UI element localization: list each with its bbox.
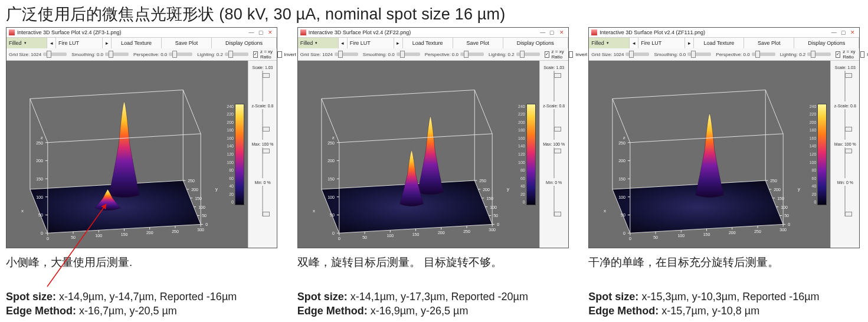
min-slider[interactable] bbox=[841, 186, 849, 216]
render-mode-select[interactable]: Filled▾ bbox=[589, 38, 630, 48]
prev-lut-button[interactable]: ◂ bbox=[339, 38, 348, 48]
lighting-control[interactable]: Lighting: 0.2 bbox=[778, 52, 834, 57]
save-plot-button[interactable]: Save Plot bbox=[453, 38, 503, 48]
maximize-button[interactable]: ▢ bbox=[548, 29, 556, 36]
grid-size-control[interactable]: Grid Size: 1024 bbox=[589, 52, 651, 57]
perspective-control[interactable]: Perspective: 0.0 bbox=[422, 52, 486, 57]
lighting-slider[interactable] bbox=[225, 52, 248, 56]
surface-plot[interactable]: 050100150200250z050100150200250300050100… bbox=[298, 61, 539, 248]
minimize-button[interactable]: — bbox=[539, 29, 547, 36]
lighting-control[interactable]: Lighting: 0.2 bbox=[195, 52, 251, 57]
load-texture-button[interactable]: Load Texture bbox=[403, 38, 453, 48]
zscale-slider[interactable] bbox=[258, 109, 267, 140]
svg-text:0: 0 bbox=[205, 222, 208, 226]
display-options-button[interactable]: Display Options bbox=[503, 38, 568, 48]
svg-text:x: x bbox=[604, 208, 606, 213]
invert-checkbox[interactable] bbox=[860, 51, 864, 58]
load-texture-button[interactable]: Load Texture bbox=[112, 38, 162, 48]
render-mode-select[interactable]: Filled▾ bbox=[6, 38, 47, 48]
surface-peak bbox=[399, 150, 423, 206]
surface-plot-window: Interactive 3D Surface Plot v2.4 (ZF111.… bbox=[588, 27, 860, 248]
zxy-ratio-checkbox[interactable]: ✓ bbox=[545, 51, 549, 58]
surface-plot[interactable]: 050100150200250z050100150200250300050100… bbox=[6, 61, 248, 248]
perspective-slider[interactable] bbox=[752, 52, 775, 56]
lut-select[interactable]: Fire LUT bbox=[56, 38, 103, 48]
min-slider[interactable] bbox=[550, 186, 558, 216]
invert-checkbox[interactable] bbox=[277, 51, 281, 58]
maximize-button[interactable]: ▢ bbox=[257, 29, 265, 36]
zxy-ratio-checkbox[interactable]: ✓ bbox=[253, 51, 258, 58]
close-button[interactable]: ✕ bbox=[849, 29, 857, 36]
plot-viewport[interactable]: 050100150200250z050100150200250300050100… bbox=[298, 61, 539, 248]
grid-size-control[interactable]: Grid Size: 1024 bbox=[6, 52, 69, 57]
render-mode-select[interactable]: Filled▾ bbox=[298, 38, 339, 48]
smoothing-slider[interactable] bbox=[687, 52, 711, 56]
svg-text:50: 50 bbox=[621, 213, 625, 218]
plot-viewport[interactable]: 050100150200250z050100150200250300050100… bbox=[6, 61, 248, 248]
window-titlebar[interactable]: Interactive 3D Surface Plot v2.4 (ZF3-1.… bbox=[6, 28, 277, 38]
close-button[interactable]: ✕ bbox=[266, 29, 274, 36]
smoothing-control[interactable]: Smoothing: 0.0 bbox=[651, 52, 713, 57]
scale-slider[interactable] bbox=[841, 71, 849, 101]
perspective-slider[interactable] bbox=[169, 52, 192, 56]
scale-slider[interactable] bbox=[550, 71, 558, 101]
grid-size-slider[interactable] bbox=[43, 52, 67, 56]
perspective-control[interactable]: Perspective: 0.0 bbox=[713, 52, 777, 57]
toolbar: Filled▾ ◂ Fire LUT ▸ Load Texture Save P… bbox=[589, 38, 859, 61]
max-slider[interactable] bbox=[258, 147, 267, 178]
next-lut-button[interactable]: ▸ bbox=[103, 38, 112, 48]
max-slider[interactable] bbox=[841, 147, 849, 178]
lut-select[interactable]: Fire LUT bbox=[348, 38, 394, 48]
min-slider[interactable] bbox=[258, 186, 267, 216]
min-label: Min: 0 % bbox=[546, 180, 562, 185]
zscale-slider[interactable] bbox=[841, 109, 849, 140]
svg-text:y: y bbox=[798, 186, 800, 192]
zxy-ratio-checkbox[interactable]: ✓ bbox=[836, 51, 840, 58]
lighting-slider[interactable] bbox=[807, 52, 831, 56]
colorbar bbox=[235, 104, 244, 205]
window-titlebar[interactable]: Interactive 3D Surface Plot v2.4 (ZF22.p… bbox=[298, 28, 568, 38]
invert-label: Invert bbox=[575, 52, 587, 57]
prev-lut-button[interactable]: ◂ bbox=[630, 38, 638, 48]
smoothing-control[interactable]: Smoothing: 0.0 bbox=[361, 52, 422, 57]
colorbar bbox=[526, 104, 536, 205]
prev-lut-button[interactable]: ◂ bbox=[47, 38, 56, 48]
close-button[interactable]: ✕ bbox=[558, 29, 566, 36]
edge-method-label: Edge Method: bbox=[588, 305, 659, 317]
grid-size-control[interactable]: Grid Size: 1024 bbox=[298, 52, 361, 57]
svg-text:0: 0 bbox=[47, 236, 49, 241]
save-plot-button[interactable]: Save Plot bbox=[162, 38, 212, 48]
minimize-button[interactable]: — bbox=[830, 29, 838, 36]
lighting-control[interactable]: Lighting: 0.2 bbox=[486, 52, 542, 57]
window-titlebar[interactable]: Interactive 3D Surface Plot v2.4 (ZF111.… bbox=[589, 28, 859, 38]
svg-text:200: 200 bbox=[191, 188, 198, 192]
lut-select[interactable]: Fire LUT bbox=[638, 38, 685, 48]
smoothing-slider[interactable] bbox=[397, 52, 420, 56]
scale-slider[interactable] bbox=[258, 71, 267, 101]
panel-metrics: Spot size: x-14,9µm, y-14,7µm, Reported … bbox=[6, 290, 280, 318]
maximize-button[interactable]: ▢ bbox=[839, 29, 847, 36]
spot-size-label: Spot size: bbox=[297, 291, 348, 303]
load-texture-button[interactable]: Load Texture bbox=[694, 38, 744, 48]
perspective-control[interactable]: Perspective: 0.0 bbox=[131, 52, 195, 57]
perspective-slider[interactable] bbox=[460, 52, 484, 56]
smoothing-slider[interactable] bbox=[105, 52, 129, 56]
save-plot-button[interactable]: Save Plot bbox=[744, 38, 794, 48]
invert-checkbox[interactable] bbox=[569, 51, 573, 58]
minimize-button[interactable]: — bbox=[247, 29, 256, 36]
grid-size-slider[interactable] bbox=[625, 52, 649, 56]
surface-plot[interactable]: 050100150200250z050100150200250300050100… bbox=[589, 61, 830, 248]
min-label: Min: 0 % bbox=[254, 180, 270, 185]
display-options-button[interactable]: Display Options bbox=[794, 38, 859, 48]
display-options-button[interactable]: Display Options bbox=[212, 38, 277, 48]
lighting-slider[interactable] bbox=[516, 52, 540, 56]
smoothing-control[interactable]: Smoothing: 0.0 bbox=[69, 52, 131, 57]
next-lut-button[interactable]: ▸ bbox=[685, 38, 694, 48]
next-lut-button[interactable]: ▸ bbox=[394, 38, 403, 48]
svg-text:250: 250 bbox=[755, 229, 762, 234]
panels-row: Interactive 3D Surface Plot v2.4 (ZF3-1.… bbox=[6, 27, 862, 318]
max-slider[interactable] bbox=[550, 147, 558, 178]
grid-size-slider[interactable] bbox=[335, 52, 358, 56]
zscale-slider[interactable] bbox=[550, 109, 558, 140]
plot-viewport[interactable]: 050100150200250z050100150200250300050100… bbox=[589, 61, 830, 248]
